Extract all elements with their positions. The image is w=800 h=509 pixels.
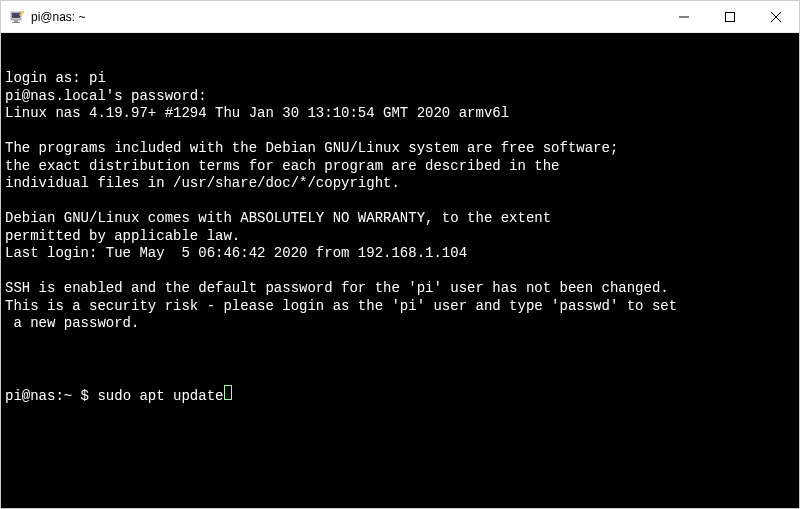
terminal-line: Last login: Tue May 5 06:46:42 2020 from… bbox=[5, 245, 795, 263]
terminal-line: Debian GNU/Linux comes with ABSOLUTELY N… bbox=[5, 210, 795, 228]
cursor bbox=[224, 385, 232, 400]
minimize-icon bbox=[679, 12, 689, 22]
putty-icon bbox=[9, 9, 25, 25]
window-controls bbox=[661, 1, 799, 32]
terminal-line: The programs included with the Debian GN… bbox=[5, 140, 795, 158]
maximize-icon bbox=[725, 12, 735, 22]
titlebar[interactable]: pi@nas: ~ bbox=[1, 1, 799, 33]
command-input[interactable]: sudo apt update bbox=[97, 388, 223, 406]
terminal-line: login as: pi bbox=[5, 70, 795, 88]
minimize-button[interactable] bbox=[661, 1, 707, 32]
terminal-line: permitted by applicable law. bbox=[5, 228, 795, 246]
terminal-line: individual files in /usr/share/doc/*/cop… bbox=[5, 175, 795, 193]
close-icon bbox=[771, 12, 781, 22]
terminal-line: pi@nas.local's password: bbox=[5, 88, 795, 106]
svg-rect-1 bbox=[12, 13, 20, 18]
prompt: pi@nas:~ $ bbox=[5, 388, 97, 406]
terminal-line bbox=[5, 193, 795, 211]
terminal-line bbox=[5, 333, 795, 351]
maximize-button[interactable] bbox=[707, 1, 753, 32]
svg-rect-2 bbox=[14, 20, 18, 22]
svg-rect-5 bbox=[726, 12, 735, 21]
terminal-line bbox=[5, 123, 795, 141]
terminal[interactable]: login as: pipi@nas.local's password:Linu… bbox=[1, 33, 799, 508]
terminal-line: the exact distribution terms for each pr… bbox=[5, 158, 795, 176]
prompt-line: pi@nas:~ $ sudo apt update bbox=[5, 385, 795, 406]
putty-window: pi@nas: ~ login as: pipi@nas.local's pas… bbox=[0, 0, 800, 509]
terminal-output: login as: pipi@nas.local's password:Linu… bbox=[5, 70, 795, 350]
close-button[interactable] bbox=[753, 1, 799, 32]
terminal-line: This is a security risk - please login a… bbox=[5, 298, 795, 316]
terminal-line: SSH is enabled and the default password … bbox=[5, 280, 795, 298]
svg-rect-3 bbox=[12, 22, 20, 23]
terminal-line bbox=[5, 263, 795, 281]
window-title: pi@nas: ~ bbox=[31, 10, 661, 24]
terminal-line: Linux nas 4.19.97+ #1294 Thu Jan 30 13:1… bbox=[5, 105, 795, 123]
terminal-line: a new password. bbox=[5, 315, 795, 333]
